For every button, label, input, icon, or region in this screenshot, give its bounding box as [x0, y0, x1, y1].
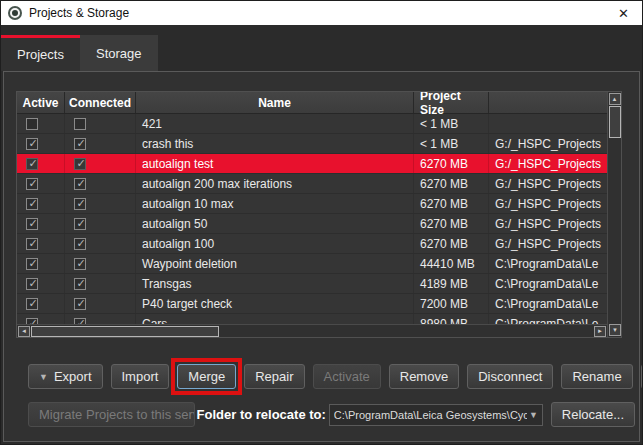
active-checkbox[interactable]	[26, 138, 38, 150]
dropdown-caret-icon: ▼	[39, 372, 48, 382]
connected-checkbox[interactable]	[74, 298, 86, 310]
activate-button: Activate	[313, 364, 381, 389]
header-path[interactable]	[489, 92, 608, 113]
projects-storage-dialog: Projects & Storage ✕ Projects Storage Ac…	[0, 0, 643, 445]
action-button-row: ▼ Export Import Merge Repair Activate Re…	[28, 364, 643, 389]
active-checkbox[interactable]	[26, 238, 38, 250]
active-checkbox[interactable]	[26, 178, 38, 190]
project-size-cell: 6270 MB	[414, 194, 489, 213]
project-path-cell: G:/_HSPC_Projects	[489, 134, 608, 153]
connected-checkbox[interactable]	[74, 278, 86, 290]
project-path-cell: G:/_HSPC_Projects	[489, 194, 608, 213]
tab-bar: Projects Storage	[1, 35, 158, 71]
connected-checkbox[interactable]	[74, 238, 86, 250]
scroll-up-icon[interactable]: ▲	[609, 93, 621, 105]
app-logo-icon	[8, 6, 22, 20]
tab-projects[interactable]: Projects	[1, 35, 80, 71]
project-path-cell: G:/_HSPC_Projects	[489, 234, 608, 253]
table-row[interactable]: 421 < 1 MB	[17, 114, 621, 134]
header-connected[interactable]: Connected	[65, 92, 136, 113]
connected-checkbox[interactable]	[74, 138, 86, 150]
project-size-cell: 7200 MB	[414, 294, 489, 313]
active-checkbox[interactable]	[26, 298, 38, 310]
project-size-cell: < 1 MB	[414, 134, 489, 153]
table-row[interactable]: autoalign test 6270 MB G:/_HSPC_Projects	[17, 154, 621, 174]
project-name-cell: Transgas	[136, 274, 414, 293]
project-path-cell	[489, 114, 608, 133]
project-path-cell: G:/_HSPC_Projects	[489, 174, 608, 193]
connected-checkbox[interactable]	[74, 198, 86, 210]
table-row[interactable]: Waypoint deletion 44410 MB C:\ProgramDat…	[17, 254, 621, 274]
relocate-button[interactable]: Relocate...	[551, 402, 635, 427]
connected-checkbox[interactable]	[74, 218, 86, 230]
window-title: Projects & Storage	[29, 6, 129, 20]
combobox-caret-icon: ▼	[529, 410, 538, 420]
rename-button[interactable]: Rename	[561, 364, 632, 389]
horizontal-scrollbar-thumb[interactable]	[31, 326, 219, 337]
project-name-cell: autoalign test	[136, 154, 414, 173]
import-button[interactable]: Import	[111, 364, 170, 389]
horizontal-scrollbar[interactable]: ◄ ►	[17, 324, 607, 337]
tab-storage[interactable]: Storage	[80, 35, 158, 71]
connected-checkbox[interactable]	[74, 158, 86, 170]
table-row[interactable]: crash this < 1 MB G:/_HSPC_Projects	[17, 134, 621, 154]
project-name-cell: autoalign 10 max	[136, 194, 414, 213]
table-body: 421 < 1 MB crash this < 1 MB G:/_HSPC_Pr…	[17, 114, 621, 334]
export-button-label: Export	[54, 369, 92, 384]
project-size-cell: 4189 MB	[414, 274, 489, 293]
active-checkbox[interactable]	[26, 158, 38, 170]
project-name-cell: autoalign 100	[136, 234, 414, 253]
repair-button[interactable]: Repair	[244, 364, 304, 389]
project-size-cell: 6270 MB	[414, 174, 489, 193]
project-path-cell: G:/_HSPC_Projects	[489, 214, 608, 233]
table-row[interactable]: autoalign 200 max iterations 6270 MB G:/…	[17, 174, 621, 194]
remove-button[interactable]: Remove	[389, 364, 459, 389]
project-name-cell: autoalign 200 max iterations	[136, 174, 414, 193]
project-size-cell: 6270 MB	[414, 234, 489, 253]
footer-row: Migrate Projects to this server Folder t…	[28, 402, 635, 427]
active-checkbox[interactable]	[26, 258, 38, 270]
active-checkbox[interactable]	[26, 278, 38, 290]
project-path-cell: G:/_HSPC_Projects	[489, 154, 608, 173]
scroll-down-icon[interactable]: ▼	[609, 324, 621, 336]
export-button[interactable]: ▼ Export	[28, 364, 103, 389]
table-row[interactable]: autoalign 10 max 6270 MB G:/_HSPC_Projec…	[17, 194, 621, 214]
table-header: Active Connected Name Project Size	[17, 92, 621, 114]
table-row[interactable]: Transgas 4189 MB C:\ProgramData\Le	[17, 274, 621, 294]
project-size-cell: 6270 MB	[414, 214, 489, 233]
project-path-cell: C:\ProgramData\Le	[489, 274, 608, 293]
active-checkbox[interactable]	[26, 198, 38, 210]
project-name-cell: autoalign 50	[136, 214, 414, 233]
project-size-cell: 44410 MB	[414, 254, 489, 273]
scroll-left-icon[interactable]: ◄	[18, 326, 30, 337]
merge-button[interactable]: Merge	[177, 364, 236, 389]
close-icon[interactable]: ✕	[612, 6, 635, 21]
click-annotation: Merge	[177, 364, 236, 389]
connected-checkbox[interactable]	[74, 118, 86, 130]
active-checkbox[interactable]	[26, 218, 38, 230]
projects-table: Active Connected Name Project Size 421 <…	[16, 91, 622, 338]
disconnect-button[interactable]: Disconnect	[467, 364, 553, 389]
vertical-scrollbar-thumb[interactable]	[609, 106, 621, 138]
header-name[interactable]: Name	[136, 92, 414, 113]
projects-panel: Active Connected Name Project Size 421 <…	[3, 71, 640, 442]
table-row[interactable]: autoalign 100 6270 MB G:/_HSPC_Projects	[17, 234, 621, 254]
relocate-folder-value: C:\ProgramData\Leica Geosystems\Cyclo	[334, 409, 527, 421]
connected-checkbox[interactable]	[74, 178, 86, 190]
header-active[interactable]: Active	[17, 92, 65, 113]
project-name-cell: 421	[136, 114, 414, 133]
scroll-right-icon[interactable]: ►	[594, 326, 606, 337]
project-size-cell: < 1 MB	[414, 114, 489, 133]
project-path-cell: C:\ProgramData\Le	[489, 254, 608, 273]
project-size-cell: 6270 MB	[414, 154, 489, 173]
vertical-scrollbar[interactable]: ▲ ▼	[607, 92, 621, 337]
migrate-projects-button: Migrate Projects to this server	[28, 402, 195, 427]
table-row[interactable]: P40 target check 7200 MB C:\ProgramData\…	[17, 294, 621, 314]
connected-checkbox[interactable]	[74, 258, 86, 270]
relocate-folder-label: Folder to relocate to:	[197, 407, 326, 422]
project-path-cell: C:\ProgramData\Le	[489, 294, 608, 313]
header-project-size[interactable]: Project Size	[414, 92, 489, 113]
relocate-folder-combobox[interactable]: C:\ProgramData\Leica Geosystems\Cyclo ▼	[329, 404, 543, 426]
table-row[interactable]: autoalign 50 6270 MB G:/_HSPC_Projects	[17, 214, 621, 234]
active-checkbox[interactable]	[26, 118, 38, 130]
